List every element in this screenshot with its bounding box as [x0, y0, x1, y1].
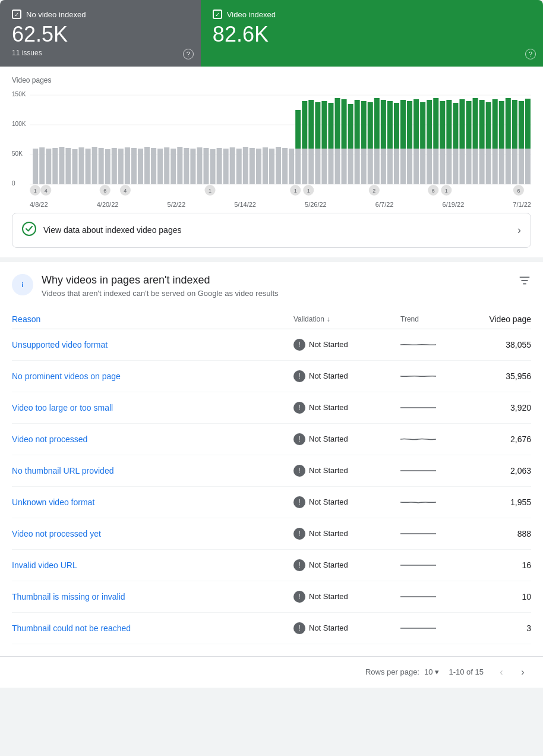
svg-rect-104: [479, 100, 485, 149]
video-indexed-count: 82.6K: [213, 23, 531, 46]
table-row[interactable]: Unknown video format ! Not Started 1,955: [12, 487, 531, 518]
svg-rect-92: [440, 101, 445, 149]
validation-text: Not Started: [309, 592, 348, 601]
svg-rect-46: [282, 148, 288, 184]
validation-text: Not Started: [309, 466, 348, 475]
view-data-card[interactable]: View data about indexed video pages ›: [12, 213, 531, 248]
svg-rect-19: [105, 149, 111, 184]
table-row[interactable]: Thumbnail is missing or invalid ! Not St…: [12, 581, 531, 613]
svg-rect-81: [400, 149, 406, 184]
chart-container: 150K 100K 50K 0: [12, 89, 531, 196]
no-video-check-icon: ✓: [12, 10, 21, 19]
svg-rect-21: [118, 149, 124, 184]
row-reason: Unknown video format: [12, 497, 293, 507]
header-validation[interactable]: Validation ↓: [293, 314, 400, 324]
chart-svg: 150K 100K 50K 0: [12, 89, 531, 196]
svg-rect-91: [433, 149, 438, 184]
why-subtitle: Videos that aren't indexed can't be serv…: [42, 289, 518, 298]
row-validation: ! Not Started: [293, 339, 400, 351]
header-reason: Reason: [12, 314, 293, 324]
table-row[interactable]: Thumbnail could not be reached ! Not Sta…: [12, 613, 531, 644]
row-count: 3: [472, 623, 531, 633]
svg-rect-61: [334, 149, 340, 184]
svg-rect-22: [125, 147, 130, 184]
row-validation: ! Not Started: [293, 591, 400, 603]
row-trend: [400, 591, 472, 603]
svg-rect-79: [394, 149, 399, 184]
video-indexed-help-icon[interactable]: ?: [525, 49, 536, 59]
svg-rect-13: [65, 148, 71, 184]
filter-icon[interactable]: [518, 274, 531, 290]
svg-rect-43: [263, 147, 268, 184]
validation-icon: !: [293, 528, 305, 540]
header-video-page: Video page: [472, 314, 531, 324]
svg-rect-94: [446, 100, 452, 149]
svg-rect-95: [446, 149, 452, 184]
x-label-3: 5/2/22: [168, 201, 186, 208]
table-row[interactable]: No prominent videos on page ! Not Starte…: [12, 361, 531, 392]
video-indexed-check-icon: ✓: [213, 10, 222, 19]
validation-text: Not Started: [309, 403, 348, 412]
svg-rect-24: [138, 149, 143, 184]
prev-page-button[interactable]: ‹: [493, 664, 510, 681]
no-video-help-icon[interactable]: ?: [183, 49, 194, 59]
table-row[interactable]: Video not processed yet ! Not Started 88…: [12, 518, 531, 550]
table-row[interactable]: Unsupported video format ! Not Started 3…: [12, 329, 531, 361]
validation-text: Not Started: [309, 560, 348, 569]
next-page-button[interactable]: ›: [514, 664, 531, 681]
svg-rect-118: [525, 99, 531, 149]
svg-rect-97: [453, 149, 458, 184]
svg-text:1: 1: [34, 188, 37, 194]
svg-rect-82: [407, 101, 412, 149]
row-reason: Video too large or too small: [12, 403, 293, 412]
rows-select-dropdown[interactable]: 10 ▾: [424, 667, 439, 676]
row-count: 35,956: [472, 371, 531, 381]
svg-rect-58: [328, 103, 333, 149]
svg-rect-111: [499, 149, 504, 184]
chart-section: Video pages 150K 100K 50K 0: [0, 67, 543, 213]
header-validation-label: Validation: [293, 315, 324, 323]
validation-icon: !: [293, 402, 305, 414]
svg-rect-71: [368, 149, 373, 184]
svg-rect-74: [381, 100, 386, 149]
video-indexed-card[interactable]: ✓ Video indexed 82.6K ?: [201, 0, 543, 67]
svg-rect-33: [197, 147, 202, 184]
svg-rect-36: [217, 148, 222, 184]
table-row[interactable]: No thumbnail URL provided ! Not Started …: [12, 455, 531, 487]
row-validation: ! Not Started: [293, 402, 400, 414]
svg-rect-23: [131, 148, 137, 184]
svg-rect-85: [413, 149, 419, 184]
table-row[interactable]: Invalid video URL ! Not Started 16: [12, 550, 531, 581]
svg-rect-40: [243, 147, 248, 184]
svg-rect-77: [387, 149, 393, 184]
svg-text:0: 0: [12, 180, 15, 187]
validation-icon: !: [293, 433, 305, 445]
pagination: Rows per page: 10 ▾ 1-10 of 15 ‹ ›: [0, 656, 543, 688]
validation-icon: !: [293, 339, 305, 351]
validation-text: Not Started: [309, 371, 348, 380]
no-video-card[interactable]: ✓ No video indexed 62.5K 11 issues ?: [0, 0, 201, 67]
table-row[interactable]: Video too large or too small ! Not Start…: [12, 392, 531, 424]
svg-rect-17: [92, 147, 97, 184]
no-video-label: No video indexed: [26, 10, 86, 19]
svg-rect-73: [374, 149, 380, 184]
svg-point-142: [23, 222, 36, 235]
svg-rect-66: [355, 100, 360, 149]
row-validation: ! Not Started: [293, 433, 400, 445]
svg-rect-96: [453, 103, 458, 149]
svg-rect-50: [302, 101, 307, 149]
svg-rect-34: [203, 148, 209, 184]
table-row[interactable]: Video not processed ! Not Started 2,676: [12, 424, 531, 455]
svg-rect-30: [177, 147, 182, 184]
svg-rect-93: [440, 149, 445, 184]
page-nav: ‹ ›: [493, 664, 531, 681]
row-reason: Thumbnail could not be reached: [12, 623, 293, 633]
x-label-5: 5/26/22: [305, 201, 327, 208]
row-count: 10: [472, 592, 531, 601]
validation-icon: !: [293, 591, 305, 603]
validation-text: Not Started: [309, 529, 348, 538]
svg-rect-72: [374, 98, 380, 149]
svg-text:1: 1: [294, 188, 297, 194]
svg-text:6: 6: [432, 188, 435, 194]
page-info: 1-10 of 15: [449, 667, 484, 676]
